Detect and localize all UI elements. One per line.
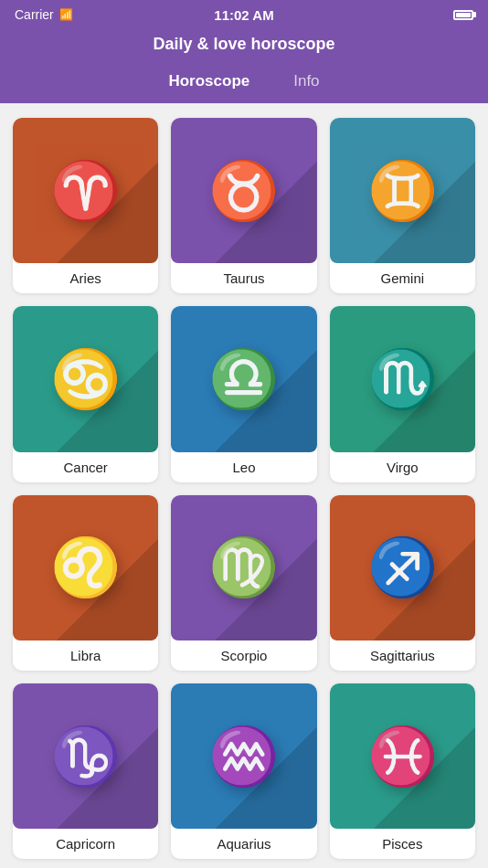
sign-icon-box-virgo: ♏ [330,306,475,451]
sign-label-pisces: Pisces [330,829,475,859]
sign-icon-box-cancer: ♋ [13,306,158,451]
sign-icon-box-capricorn: ♑ [13,683,158,829]
sign-label-aquarius: Aquarius [171,829,316,859]
time-label: 11:02 AM [214,7,273,23]
sign-label-scorpio: Scorpio [171,640,316,671]
sign-label-aries: Aries [13,263,158,293]
tab-info[interactable]: Info [290,70,323,92]
sign-card-gemini[interactable]: ♊ Gemini [330,118,475,293]
sign-card-aquarius[interactable]: ♒ Aquarius [171,683,316,859]
sign-card-scorpio[interactable]: ♍ Scorpio [171,495,316,671]
sign-card-pisces[interactable]: ♓ Pisces [330,683,475,859]
sign-label-libra: Libra [13,640,158,671]
tab-bar: Horoscope Info [0,63,488,103]
battery-icon [453,10,473,20]
sign-label-taurus: Taurus [171,263,316,293]
sign-label-capricorn: Capricorn [13,829,158,859]
sign-label-virgo: Virgo [330,452,475,482]
sign-icon-box-aries: ♈ [13,118,158,263]
wifi-icon: 📶 [59,8,73,21]
sign-card-cancer[interactable]: ♋ Cancer [13,306,158,482]
signs-grid: ♈ Aries ♉ Taurus ♊ Gemini [0,103,488,868]
sign-card-libra[interactable]: ♌ Libra [13,495,158,671]
app-title: Daily & love horoscope [0,35,488,63]
sign-icon-box-gemini: ♊ [330,118,475,263]
sign-card-leo[interactable]: ♎ Leo [171,306,316,482]
sign-label-sagittarius: Sagittarius [330,640,475,671]
sign-icon-box-taurus: ♉ [171,118,316,263]
sign-label-gemini: Gemini [330,263,475,293]
status-bar: Carrier 📶 11:02 AM [0,0,488,29]
sign-card-capricorn[interactable]: ♑ Capricorn [13,683,158,859]
carrier-label: Carrier [15,7,54,22]
sign-icon-box-libra: ♌ [13,495,158,640]
sign-icon-box-pisces: ♓ [330,683,475,829]
tab-horoscope[interactable]: Horoscope [164,70,253,92]
sign-card-sagittarius[interactable]: ♐ Sagittarius [330,495,475,671]
sign-icon-box-scorpio: ♍ [171,495,316,640]
header: Daily & love horoscope Horoscope Info [0,29,488,103]
sign-icon-box-sagittarius: ♐ [330,495,475,640]
sign-label-cancer: Cancer [13,452,158,482]
sign-card-virgo[interactable]: ♏ Virgo [330,306,475,482]
sign-label-leo: Leo [171,452,316,482]
sign-icon-box-aquarius: ♒ [171,683,316,829]
sign-icon-box-leo: ♎ [171,306,316,451]
sign-card-taurus[interactable]: ♉ Taurus [171,118,316,293]
sign-card-aries[interactable]: ♈ Aries [13,118,158,293]
